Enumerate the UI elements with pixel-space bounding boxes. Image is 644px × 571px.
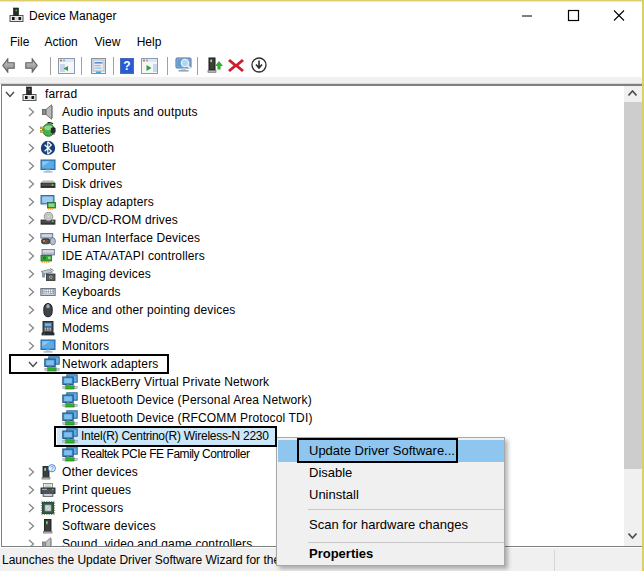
svg-text:?: ? — [123, 59, 130, 73]
svg-text:?: ? — [50, 465, 54, 472]
